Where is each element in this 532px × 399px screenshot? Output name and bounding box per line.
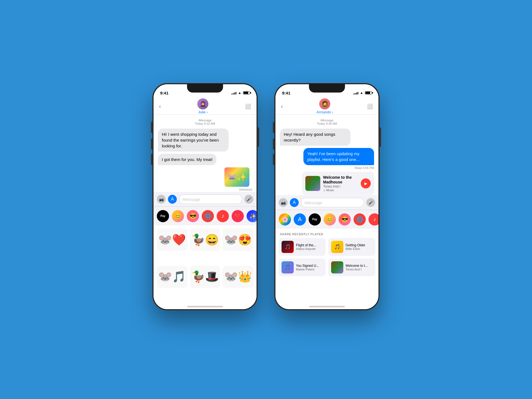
- tray-applepay-right[interactable]: Pay: [309, 213, 321, 226]
- sticker-panel-left: 🐭❤️ 🦆😄 🐭😍 🐭🎵 🦆🎩 🐭👑: [154, 225, 257, 304]
- back-button-left[interactable]: ‹: [159, 103, 161, 109]
- tray-photos-right[interactable]: 🌸: [279, 213, 291, 226]
- camera-button-right[interactable]: 📷: [279, 198, 288, 207]
- share-song-getting-older: Getting Older: [346, 243, 372, 247]
- share-song-you-signed: You Signed U...: [296, 264, 323, 268]
- share-art-welcome: 🎵: [331, 261, 343, 273]
- share-artist-you-signed: Maisie Peters: [296, 268, 323, 271]
- share-grid-right: 🎵 Flight of the... Hiatus Kaiyote 🎵 Gett…: [275, 238, 378, 276]
- delivered-label-left: Delivered: [158, 188, 252, 191]
- video-button-left[interactable]: ⬜: [245, 103, 251, 109]
- signal-icon-left: [231, 91, 236, 94]
- share-item-flight[interactable]: 🎵 Flight of the... Hiatus Kaiyote: [279, 238, 326, 256]
- back-button-right[interactable]: ‹: [281, 103, 283, 109]
- music-info-right: Welcome to the Madhouse Tones And I ♫ Mu…: [323, 175, 358, 192]
- nav-bar-right: ‹ 🧔 Armando › ⬜: [275, 98, 378, 115]
- tray-memoji1-right[interactable]: 😊: [324, 213, 336, 226]
- vol-up-button[interactable]: [151, 139, 152, 150]
- status-icons-left: ▲: [231, 91, 250, 95]
- wifi-icon-right: ▲: [360, 91, 363, 95]
- messages-area-left: iMessage Today 9:32 AM Hi! I went shoppi…: [154, 115, 257, 192]
- share-artist-getting-older: Billie Eilish: [346, 247, 372, 250]
- tray-applepay-left[interactable]: Pay: [157, 210, 169, 222]
- music-play-button-right[interactable]: ▶: [361, 178, 371, 188]
- status-icons-right: ▲: [353, 91, 372, 95]
- sticker-5[interactable]: 🦆🎩: [190, 266, 221, 288]
- share-art-getting-older: 🎵: [331, 241, 343, 253]
- vol-up-button-right[interactable]: [273, 139, 274, 150]
- camera-button-left[interactable]: 📷: [157, 195, 166, 204]
- notch-right: [309, 84, 345, 93]
- music-art-right: 🎵: [305, 176, 320, 191]
- tray-hearts-left[interactable]: ❤️: [232, 210, 244, 222]
- share-item-welcome[interactable]: 🎵 Welcome to t... Tones And I: [328, 259, 375, 276]
- contact-name-left[interactable]: Julie ›: [198, 110, 208, 114]
- share-title-right: SHARE RECENTLY PLAYED: [275, 229, 378, 238]
- tray-music-right[interactable]: ♪: [369, 213, 378, 226]
- timestamp-right: iMessage Today 9:36 AM: [280, 119, 374, 125]
- video-button-right[interactable]: ⬜: [367, 103, 373, 109]
- share-artist-welcome: Tones And I: [346, 268, 372, 271]
- avatar-left[interactable]: 🧕: [197, 98, 208, 109]
- message-sent-right: Yeah! I've been updating my playlist. He…: [303, 148, 374, 165]
- status-time-right: 9:41: [282, 91, 290, 95]
- status-bar-right: 9:41 ▲: [275, 84, 378, 98]
- read-label-right: Read 4:06 PM: [280, 166, 374, 170]
- input-bar-left: 📷 A iMessage 🎤: [154, 192, 257, 206]
- status-bar-left: 9:41 ▲: [154, 84, 257, 98]
- app-tray-left: Pay 😊 😎 🌐 ♪ ❤️ ✨: [154, 206, 257, 225]
- share-item-you-signed[interactable]: 🎵 You Signed U... Maisie Peters: [279, 259, 326, 276]
- tray-globe-left[interactable]: 🌐: [202, 210, 214, 222]
- tray-globe-right[interactable]: 🌐: [354, 213, 366, 226]
- message-received-1-left: Hi! I went shopping today and found the …: [158, 129, 229, 152]
- home-indicator-right: [275, 304, 378, 309]
- sticker-6[interactable]: 🐭👑: [222, 266, 253, 288]
- status-time-left: 9:41: [160, 91, 168, 95]
- sticker-3[interactable]: 🐭😍: [222, 229, 253, 251]
- tray-memoji1-left[interactable]: 😊: [172, 210, 184, 222]
- share-art-you-signed: 🎵: [282, 261, 294, 273]
- message-input-left[interactable]: iMessage: [179, 195, 242, 204]
- nav-bar-left: ‹ 🧕 Julie › ⬜: [154, 98, 257, 115]
- vol-down-button[interactable]: [151, 154, 152, 165]
- battery-icon-left: [243, 91, 250, 94]
- home-indicator-left: [154, 304, 257, 309]
- nav-center-left: 🧕 Julie ›: [197, 98, 208, 114]
- vol-down-button-right[interactable]: [273, 154, 274, 165]
- message-received-2-left: I got them for you. My treat!: [158, 154, 216, 165]
- tray-memoji2-right[interactable]: 😎: [339, 213, 351, 226]
- avatar-right[interactable]: 🧔: [319, 98, 330, 109]
- music-card-right[interactable]: 🎵 Welcome to the Madhouse Tones And I ♫ …: [302, 172, 374, 195]
- music-artist-right: Tones And I: [323, 185, 358, 188]
- message-input-right[interactable]: iMessage: [301, 198, 364, 207]
- share-artist-flight: Hiatus Kaiyote: [296, 247, 323, 250]
- input-bar-right: 📷 A iMessage 🎤: [275, 195, 378, 210]
- app-tray-right: 🌸 A Pay 😊 😎 🌐 ♪: [275, 210, 378, 229]
- tray-disney-left[interactable]: ✨: [247, 210, 257, 222]
- tray-appstore-right[interactable]: A: [294, 213, 306, 226]
- sticker-2[interactable]: 🦆😄: [190, 229, 221, 251]
- share-item-getting-older[interactable]: 🎵 Getting Older Billie Eilish: [328, 238, 375, 256]
- contact-name-right[interactable]: Armando ›: [316, 110, 333, 114]
- share-song-flight: Flight of the...: [296, 243, 323, 247]
- tray-memoji2-left[interactable]: 😎: [187, 210, 199, 222]
- sticker-bff-left: 🐭✨: [224, 167, 249, 187]
- sticker-1[interactable]: 🐭❤️: [157, 229, 188, 251]
- message-received-right: Hey! Heard any good songs recently?: [280, 129, 351, 146]
- sticker-4[interactable]: 🐭🎵: [157, 266, 188, 288]
- share-panel-right: SHARE RECENTLY PLAYED 🎵 Flight of the...…: [275, 229, 378, 304]
- nav-center-right: 🧔 Armando ›: [316, 98, 333, 114]
- phone-right: 9:41 ▲ ‹: [274, 83, 380, 310]
- apps-button-left[interactable]: A: [168, 195, 177, 204]
- tray-music-left[interactable]: ♪: [217, 210, 229, 222]
- wifi-icon-left: ▲: [238, 91, 241, 95]
- signal-icon-right: [353, 91, 358, 94]
- share-art-flight: 🎵: [282, 241, 294, 253]
- apps-button-right[interactable]: A: [290, 198, 299, 207]
- voice-button-left[interactable]: 🎤: [244, 195, 253, 204]
- phones-container: 9:41 ▲ ‹: [152, 83, 380, 310]
- share-song-welcome: Welcome to t...: [346, 264, 372, 268]
- voice-button-right[interactable]: 🎤: [366, 198, 375, 207]
- music-title-right: Welcome to the Madhouse: [323, 175, 358, 185]
- messages-area-right: iMessage Today 9:36 AM Hey! Heard any go…: [275, 115, 378, 195]
